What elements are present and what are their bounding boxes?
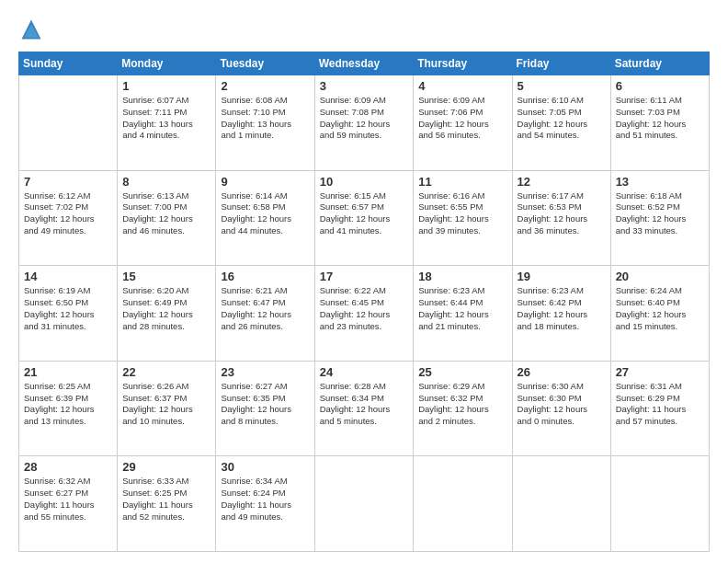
calendar-day-16: 16Sunrise: 6:21 AM Sunset: 6:47 PM Dayli… <box>216 266 314 362</box>
calendar-day-21: 21Sunrise: 6:25 AM Sunset: 6:39 PM Dayli… <box>19 361 118 456</box>
day-number: 13 <box>616 175 704 189</box>
calendar-header: SundayMondayTuesdayWednesdayThursdayFrid… <box>19 52 710 75</box>
day-info: Sunrise: 6:30 AM Sunset: 6:30 PM Dayligh… <box>518 381 606 428</box>
day-number: 28 <box>24 460 112 474</box>
header-cell-wednesday: Wednesday <box>314 52 414 75</box>
calendar-week-2: 7Sunrise: 6:12 AM Sunset: 7:02 PM Daylig… <box>19 170 710 266</box>
empty-cell <box>512 456 610 552</box>
day-number: 27 <box>616 365 704 379</box>
day-info: Sunrise: 6:26 AM Sunset: 6:37 PM Dayligh… <box>122 381 210 428</box>
calendar-day-29: 29Sunrise: 6:33 AM Sunset: 6:25 PM Dayli… <box>118 456 216 552</box>
calendar-day-3: 3Sunrise: 6:09 AM Sunset: 7:08 PM Daylig… <box>314 75 414 171</box>
logo-icon <box>18 17 44 42</box>
page: SundayMondayTuesdayWednesdayThursdayFrid… <box>0 0 728 563</box>
day-number: 5 <box>518 79 606 93</box>
day-number: 20 <box>616 270 704 283</box>
calendar-day-11: 11Sunrise: 6:16 AM Sunset: 6:55 PM Dayli… <box>414 170 512 266</box>
day-number: 1 <box>122 79 210 93</box>
calendar-day-24: 24Sunrise: 6:28 AM Sunset: 6:34 PM Dayli… <box>314 361 414 456</box>
calendar-day-10: 10Sunrise: 6:15 AM Sunset: 6:57 PM Dayli… <box>314 170 414 266</box>
day-number: 24 <box>320 365 409 379</box>
day-info: Sunrise: 6:13 AM Sunset: 7:00 PM Dayligh… <box>122 190 210 237</box>
empty-cell <box>19 75 118 171</box>
day-number: 21 <box>24 365 112 379</box>
day-info: Sunrise: 6:32 AM Sunset: 6:27 PM Dayligh… <box>24 476 112 523</box>
calendar-day-6: 6Sunrise: 6:11 AM Sunset: 7:03 PM Daylig… <box>610 75 709 171</box>
day-number: 18 <box>418 270 506 283</box>
day-number: 26 <box>518 365 606 379</box>
calendar-day-1: 1Sunrise: 6:07 AM Sunset: 7:11 PM Daylig… <box>118 75 216 171</box>
calendar-body: 1Sunrise: 6:07 AM Sunset: 7:11 PM Daylig… <box>19 75 710 552</box>
calendar-day-28: 28Sunrise: 6:32 AM Sunset: 6:27 PM Dayli… <box>19 456 118 552</box>
calendar-day-4: 4Sunrise: 6:09 AM Sunset: 7:06 PM Daylig… <box>414 75 512 171</box>
day-info: Sunrise: 6:08 AM Sunset: 7:10 PM Dayligh… <box>221 95 309 142</box>
day-info: Sunrise: 6:25 AM Sunset: 6:39 PM Dayligh… <box>24 381 112 428</box>
day-number: 29 <box>122 460 210 474</box>
calendar-day-23: 23Sunrise: 6:27 AM Sunset: 6:35 PM Dayli… <box>216 361 314 456</box>
header-cell-monday: Monday <box>118 52 216 75</box>
calendar-day-14: 14Sunrise: 6:19 AM Sunset: 6:50 PM Dayli… <box>19 266 118 362</box>
calendar-day-25: 25Sunrise: 6:29 AM Sunset: 6:32 PM Dayli… <box>414 361 512 456</box>
calendar-day-20: 20Sunrise: 6:24 AM Sunset: 6:40 PM Dayli… <box>610 266 709 362</box>
calendar-week-4: 21Sunrise: 6:25 AM Sunset: 6:39 PM Dayli… <box>19 361 710 456</box>
calendar-day-19: 19Sunrise: 6:23 AM Sunset: 6:42 PM Dayli… <box>512 266 610 362</box>
day-number: 6 <box>616 79 704 93</box>
day-info: Sunrise: 6:27 AM Sunset: 6:35 PM Dayligh… <box>221 381 309 428</box>
day-number: 17 <box>320 270 409 283</box>
day-number: 12 <box>518 175 606 189</box>
empty-cell <box>314 456 414 552</box>
calendar-day-18: 18Sunrise: 6:23 AM Sunset: 6:44 PM Dayli… <box>414 266 512 362</box>
calendar-day-12: 12Sunrise: 6:17 AM Sunset: 6:53 PM Dayli… <box>512 170 610 266</box>
day-number: 2 <box>221 79 309 93</box>
day-number: 4 <box>418 79 506 93</box>
calendar-table: SundayMondayTuesdayWednesdayThursdayFrid… <box>18 52 710 552</box>
day-number: 15 <box>122 270 210 283</box>
day-info: Sunrise: 6:18 AM Sunset: 6:52 PM Dayligh… <box>616 190 704 237</box>
day-number: 16 <box>221 270 309 283</box>
day-info: Sunrise: 6:09 AM Sunset: 7:08 PM Dayligh… <box>320 95 409 142</box>
calendar-day-8: 8Sunrise: 6:13 AM Sunset: 7:00 PM Daylig… <box>118 170 216 266</box>
header-cell-friday: Friday <box>512 52 610 75</box>
calendar-day-15: 15Sunrise: 6:20 AM Sunset: 6:49 PM Dayli… <box>118 266 216 362</box>
day-number: 22 <box>122 365 210 379</box>
day-info: Sunrise: 6:19 AM Sunset: 6:50 PM Dayligh… <box>24 285 112 332</box>
calendar-day-17: 17Sunrise: 6:22 AM Sunset: 6:45 PM Dayli… <box>314 266 414 362</box>
calendar-day-7: 7Sunrise: 6:12 AM Sunset: 7:02 PM Daylig… <box>19 170 118 266</box>
day-number: 19 <box>518 270 606 283</box>
day-info: Sunrise: 6:28 AM Sunset: 6:34 PM Dayligh… <box>320 381 409 428</box>
day-info: Sunrise: 6:22 AM Sunset: 6:45 PM Dayligh… <box>320 285 409 332</box>
header <box>18 17 710 42</box>
header-row: SundayMondayTuesdayWednesdayThursdayFrid… <box>19 52 710 75</box>
day-info: Sunrise: 6:31 AM Sunset: 6:29 PM Dayligh… <box>616 381 704 428</box>
calendar-week-5: 28Sunrise: 6:32 AM Sunset: 6:27 PM Dayli… <box>19 456 710 552</box>
day-number: 3 <box>320 79 409 93</box>
logo <box>18 17 48 42</box>
day-number: 11 <box>418 175 506 189</box>
header-cell-sunday: Sunday <box>19 52 118 75</box>
day-number: 7 <box>24 175 112 189</box>
day-info: Sunrise: 6:09 AM Sunset: 7:06 PM Dayligh… <box>418 95 506 142</box>
day-number: 25 <box>418 365 506 379</box>
day-info: Sunrise: 6:11 AM Sunset: 7:03 PM Dayligh… <box>616 95 704 142</box>
calendar-week-1: 1Sunrise: 6:07 AM Sunset: 7:11 PM Daylig… <box>19 75 710 171</box>
day-number: 23 <box>221 365 309 379</box>
day-info: Sunrise: 6:29 AM Sunset: 6:32 PM Dayligh… <box>418 381 506 428</box>
calendar-day-30: 30Sunrise: 6:34 AM Sunset: 6:24 PM Dayli… <box>216 456 314 552</box>
header-cell-saturday: Saturday <box>610 52 709 75</box>
day-number: 10 <box>320 175 409 189</box>
day-info: Sunrise: 6:23 AM Sunset: 6:42 PM Dayligh… <box>518 285 606 332</box>
day-info: Sunrise: 6:12 AM Sunset: 7:02 PM Dayligh… <box>24 190 112 237</box>
calendar-day-9: 9Sunrise: 6:14 AM Sunset: 6:58 PM Daylig… <box>216 170 314 266</box>
header-cell-thursday: Thursday <box>414 52 512 75</box>
calendar-day-13: 13Sunrise: 6:18 AM Sunset: 6:52 PM Dayli… <box>610 170 709 266</box>
header-cell-tuesday: Tuesday <box>216 52 314 75</box>
day-number: 8 <box>122 175 210 189</box>
day-info: Sunrise: 6:07 AM Sunset: 7:11 PM Dayligh… <box>122 95 210 142</box>
day-info: Sunrise: 6:23 AM Sunset: 6:44 PM Dayligh… <box>418 285 506 332</box>
day-info: Sunrise: 6:15 AM Sunset: 6:57 PM Dayligh… <box>320 190 409 237</box>
calendar-week-3: 14Sunrise: 6:19 AM Sunset: 6:50 PM Dayli… <box>19 266 710 362</box>
day-info: Sunrise: 6:33 AM Sunset: 6:25 PM Dayligh… <box>122 476 210 523</box>
calendar-day-27: 27Sunrise: 6:31 AM Sunset: 6:29 PM Dayli… <box>610 361 709 456</box>
day-number: 14 <box>24 270 112 283</box>
day-info: Sunrise: 6:20 AM Sunset: 6:49 PM Dayligh… <box>122 285 210 332</box>
